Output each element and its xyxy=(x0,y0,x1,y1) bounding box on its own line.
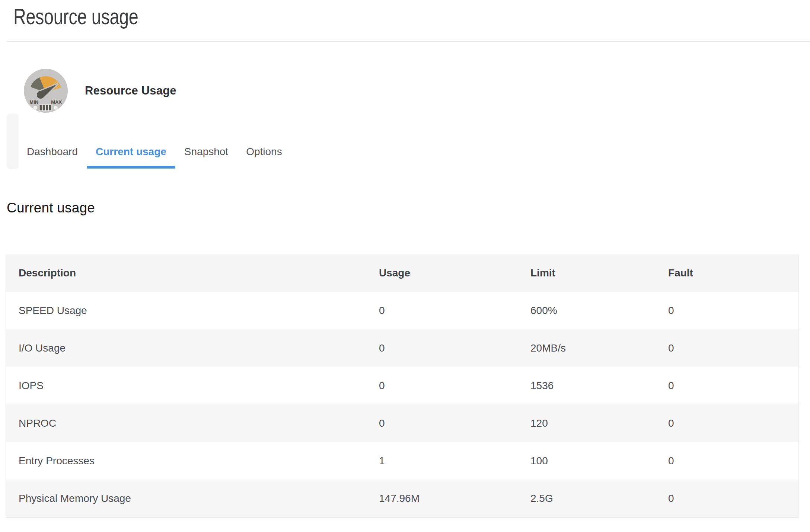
col-header-fault: Fault xyxy=(668,267,799,279)
table-row: SPEED Usage 0 600% 0 xyxy=(6,292,798,329)
cell-limit: 600% xyxy=(530,305,668,317)
left-scroll-hint xyxy=(7,113,19,169)
cell-limit: 100 xyxy=(530,455,668,467)
cell-description: IOPS xyxy=(6,380,379,392)
app-title: Resource Usage xyxy=(85,84,176,97)
table-row: NPROC 0 120 0 xyxy=(6,404,798,442)
cell-description: Physical Memory Usage xyxy=(6,493,379,504)
cell-fault: 0 xyxy=(668,342,799,354)
table-row: I/O Usage 0 20MB/s 0 xyxy=(6,329,798,367)
tab-options[interactable]: Options xyxy=(237,135,291,169)
tab-snapshot[interactable]: Snapshot xyxy=(175,135,237,169)
cell-description: I/O Usage xyxy=(6,342,379,354)
table-row: Physical Memory Usage 147.96M 2.5G 0 xyxy=(6,480,798,517)
cell-usage: 147.96M xyxy=(379,493,530,504)
table-header-row: Description Usage Limit Fault xyxy=(6,254,798,292)
tab-bar: Dashboard Current usage Snapshot Options xyxy=(18,135,291,169)
table-row: IOPS 0 1536 0 xyxy=(6,367,798,404)
cell-limit: 20MB/s xyxy=(530,342,668,354)
cell-fault: 0 xyxy=(668,417,799,429)
col-header-description: Description xyxy=(6,267,379,279)
cell-fault: 0 xyxy=(668,305,799,317)
cell-description: SPEED Usage xyxy=(6,305,379,317)
window-header: Resource usage xyxy=(0,0,810,42)
cell-description: NPROC xyxy=(6,417,379,429)
page-title: Resource usage xyxy=(13,1,138,32)
cell-limit: 1536 xyxy=(530,380,668,392)
cell-limit: 120 xyxy=(530,417,668,429)
cell-usage: 0 xyxy=(379,342,530,354)
col-header-usage: Usage xyxy=(379,267,530,279)
app-header: MIN MAX Resource Usage xyxy=(24,69,176,113)
gauge-icon: MIN MAX xyxy=(24,69,68,113)
cell-description: Entry Processes xyxy=(6,455,379,467)
table-row: Entry Processes 1 100 0 xyxy=(6,442,798,480)
cell-fault: 0 xyxy=(668,455,799,467)
gauge-max-label: MAX xyxy=(51,99,62,105)
current-usage-table: Description Usage Limit Fault SPEED Usag… xyxy=(6,254,799,517)
cell-limit: 2.5G xyxy=(530,493,668,504)
header-divider xyxy=(7,41,810,42)
tab-current-usage[interactable]: Current usage xyxy=(87,135,175,169)
cell-fault: 0 xyxy=(668,380,799,392)
section-heading: Current usage xyxy=(7,200,95,216)
cell-usage: 1 xyxy=(379,455,530,467)
gauge-min-label: MIN xyxy=(29,99,38,105)
tab-dashboard[interactable]: Dashboard xyxy=(18,135,87,169)
col-header-limit: Limit xyxy=(530,267,668,279)
cell-usage: 0 xyxy=(379,305,530,317)
cell-usage: 0 xyxy=(379,417,530,429)
cell-fault: 0 xyxy=(668,493,799,504)
cell-usage: 0 xyxy=(379,380,530,392)
